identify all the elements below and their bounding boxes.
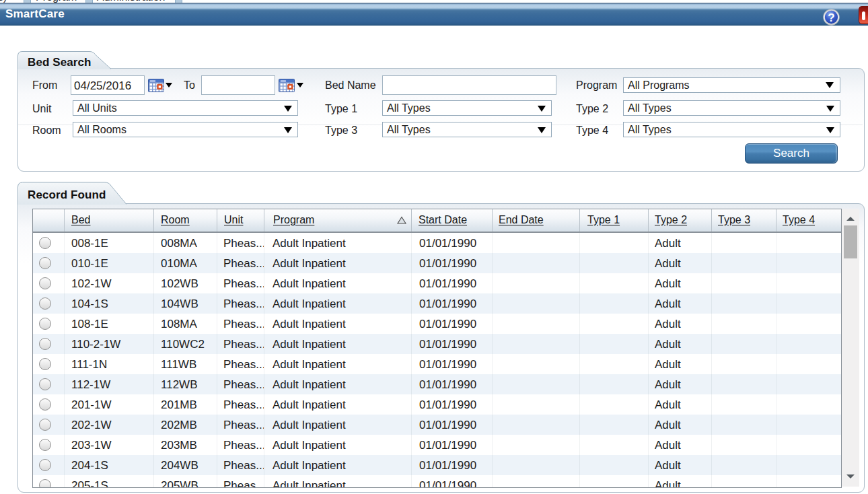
svg-text:?: ?: [828, 11, 834, 24]
